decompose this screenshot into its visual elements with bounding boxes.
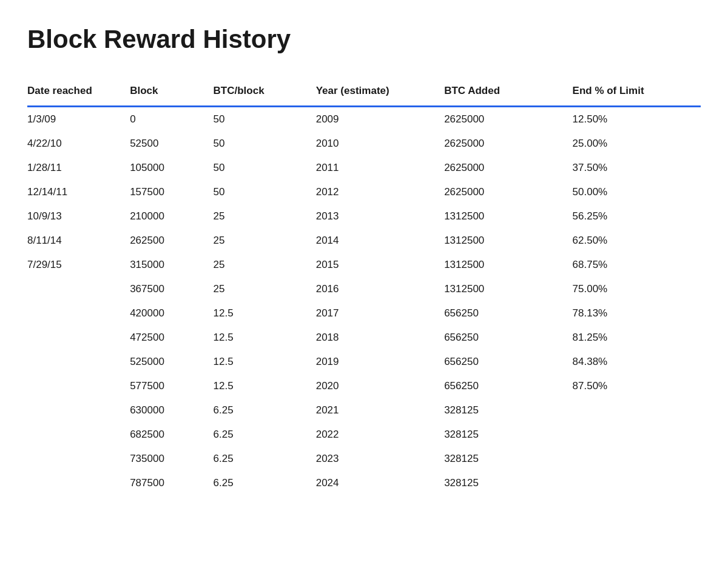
cell-btcblock: 6.25 [214,447,316,471]
cell-endlimit: 81.25% [573,326,701,350]
cell-date [27,277,130,301]
cell-btcblock: 12.5 [214,301,316,326]
cell-block: 472500 [130,326,213,350]
cell-block: 630000 [130,398,213,423]
cell-endlimit: 50.00% [573,180,701,204]
cell-btcadded: 656250 [444,326,572,350]
block-reward-table: Date reached Block BTC/block Year (estim… [27,79,701,495]
cell-endlimit: 75.00% [573,277,701,301]
cell-year: 2010 [316,132,444,156]
cell-date [27,326,130,350]
cell-year: 2018 [316,326,444,350]
header-block: Block [130,79,213,107]
cell-btcblock: 6.25 [214,471,316,495]
cell-date [27,350,130,374]
cell-date [27,301,130,326]
cell-btcblock: 25 [214,277,316,301]
cell-block: 157500 [130,180,213,204]
cell-btcblock: 6.25 [214,398,316,423]
header-btcblock: BTC/block [214,79,316,107]
cell-btcadded: 2625000 [444,180,572,204]
cell-date [27,374,130,398]
header-date: Date reached [27,79,130,107]
cell-endlimit: 25.00% [573,132,701,156]
cell-date [27,447,130,471]
table-row: 47250012.5201865625081.25% [27,326,701,350]
header-year: Year (estimate) [316,79,444,107]
cell-btcblock: 12.5 [214,350,316,374]
cell-year: 2020 [316,374,444,398]
header-endlimit: End % of Limit [573,79,701,107]
cell-btcblock: 12.5 [214,326,316,350]
cell-block: 525000 [130,350,213,374]
cell-btcblock: 25 [214,253,316,277]
cell-date: 1/3/09 [27,107,130,132]
cell-btcadded: 656250 [444,350,572,374]
cell-btcadded: 1312500 [444,277,572,301]
header-btcadded: BTC Added [444,79,572,107]
cell-date [27,423,130,447]
cell-date: 1/28/11 [27,156,130,180]
cell-btcadded: 656250 [444,374,572,398]
cell-year: 2009 [316,107,444,132]
table-row: 57750012.5202065625087.50% [27,374,701,398]
cell-year: 2013 [316,204,444,229]
cell-year: 2017 [316,301,444,326]
table-row: 6825006.252022328125 [27,423,701,447]
cell-endlimit: 56.25% [573,204,701,229]
cell-btcadded: 328125 [444,398,572,423]
cell-year: 2016 [316,277,444,301]
cell-date: 10/9/13 [27,204,130,229]
table-row: 10/9/13210000252013131250056.25% [27,204,701,229]
cell-year: 2022 [316,423,444,447]
cell-block: 420000 [130,301,213,326]
cell-endlimit [573,423,701,447]
cell-btcblock: 50 [214,107,316,132]
cell-block: 315000 [130,253,213,277]
table-row: 7350006.252023328125 [27,447,701,471]
cell-endlimit: 68.75% [573,253,701,277]
cell-block: 735000 [130,447,213,471]
cell-btcblock: 25 [214,204,316,229]
table-row: 52500012.5201965625084.38% [27,350,701,374]
table-container: Date reached Block BTC/block Year (estim… [27,79,701,495]
cell-endlimit: 62.50% [573,229,701,253]
cell-btcblock: 50 [214,132,316,156]
cell-date: 4/22/10 [27,132,130,156]
cell-btcadded: 1312500 [444,229,572,253]
cell-date [27,398,130,423]
cell-endlimit [573,471,701,495]
cell-endlimit: 84.38% [573,350,701,374]
cell-btcblock: 12.5 [214,374,316,398]
table-row: 42000012.5201765625078.13% [27,301,701,326]
cell-date: 12/14/11 [27,180,130,204]
cell-btcadded: 1312500 [444,253,572,277]
cell-endlimit: 12.50% [573,107,701,132]
cell-block: 262500 [130,229,213,253]
table-row: 7/29/15315000252015131250068.75% [27,253,701,277]
cell-block: 52500 [130,132,213,156]
table-row: 8/11/14262500252014131250062.50% [27,229,701,253]
table-row: 367500252016131250075.00% [27,277,701,301]
cell-endlimit: 78.13% [573,301,701,326]
cell-year: 2024 [316,471,444,495]
cell-btcadded: 2625000 [444,132,572,156]
table-row: 6300006.252021328125 [27,398,701,423]
table-row: 1/28/11105000502011262500037.50% [27,156,701,180]
cell-btcblock: 25 [214,229,316,253]
cell-btcadded: 1312500 [444,204,572,229]
cell-btcblock: 6.25 [214,423,316,447]
cell-endlimit: 37.50% [573,156,701,180]
cell-btcblock: 50 [214,156,316,180]
cell-endlimit: 87.50% [573,374,701,398]
table-row: 12/14/11157500502012262500050.00% [27,180,701,204]
cell-year: 2015 [316,253,444,277]
cell-endlimit [573,398,701,423]
cell-btcadded: 2625000 [444,107,572,132]
cell-btcadded: 2625000 [444,156,572,180]
cell-btcadded: 656250 [444,301,572,326]
cell-block: 0 [130,107,213,132]
page-title: Block Reward History [27,24,701,55]
table-row: 1/3/090502009262500012.50% [27,107,701,132]
cell-year: 2012 [316,180,444,204]
